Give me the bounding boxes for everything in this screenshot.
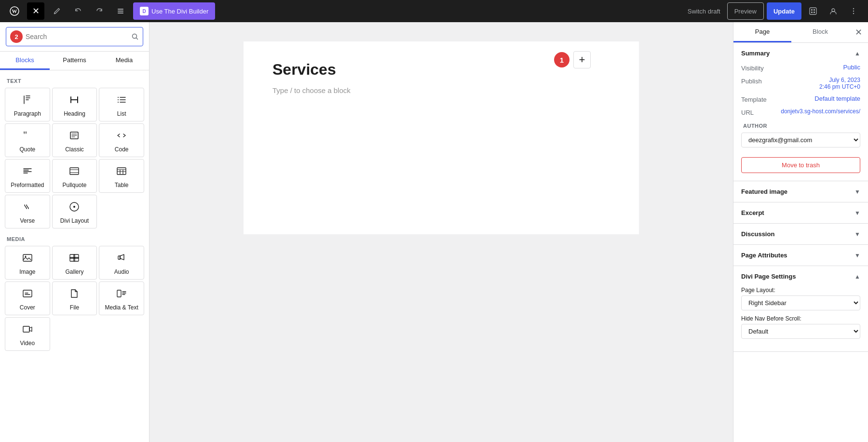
text-section-label: TEXT [5, 76, 144, 88]
block-item-media-text[interactable]: Media & Text [99, 281, 144, 315]
search-bar: 2 [0, 22, 149, 52]
page-attributes-header[interactable]: Page Attributes ▼ [733, 245, 868, 266]
block-item-file[interactable]: File [52, 281, 97, 315]
svg-rect-2 [118, 9, 123, 10]
gallery-icon [68, 252, 80, 266]
block-item-video[interactable]: Video [5, 317, 50, 351]
add-block-button[interactable]: + [573, 51, 591, 68]
block-item-list[interactable]: List [99, 88, 144, 121]
divi-settings-chevron-icon: ▲ [854, 273, 860, 280]
hide-nav-label: Hide Nav Before Scroll: [741, 315, 860, 322]
svg-rect-6 [811, 9, 813, 11]
discussion-header[interactable]: Discussion ▼ [733, 224, 868, 244]
summary-section-header[interactable]: Summary ▲ [733, 43, 868, 64]
editor-placeholder[interactable]: Type / to choose a block [272, 86, 610, 94]
page-layout-field: Page Layout: Right Sidebar [741, 287, 860, 315]
user-icon-button[interactable] [825, 2, 842, 20]
svg-point-13 [853, 13, 854, 14]
discussion-chevron-icon: ▼ [854, 231, 860, 238]
excerpt-chevron-icon: ▼ [854, 210, 860, 216]
page-layout-select[interactable]: Right Sidebar [741, 295, 860, 310]
top-nav: W ✕ D Use The Divi Builder Switch draft … [0, 0, 868, 22]
table-label: Table [115, 182, 129, 188]
pullquote-label: Pullquote [62, 182, 86, 188]
tab-block[interactable]: Block [791, 22, 849, 42]
svg-rect-20 [70, 168, 79, 174]
list-view-button[interactable] [112, 2, 129, 20]
block-item-gallery[interactable]: Gallery [52, 246, 97, 280]
divi-builder-button[interactable]: D Use The Divi Builder [133, 2, 215, 20]
cover-label: Cover [20, 304, 35, 311]
media-section-label: MEDIA [5, 234, 144, 246]
block-item-cover[interactable]: Cover [5, 281, 50, 315]
divi-layout-icon [68, 201, 80, 214]
author-row: AUTHOR deezgrafix@gmail.com [741, 121, 860, 153]
svg-rect-17 [118, 102, 119, 103]
excerpt-header[interactable]: Excerpt ▼ [733, 202, 868, 223]
block-item-table[interactable]: Table [99, 159, 144, 193]
template-value[interactable]: Default template [814, 95, 860, 102]
divi-settings-title: Divi Page Settings [741, 273, 796, 280]
svg-rect-21 [117, 168, 126, 174]
block-item-verse[interactable]: Verse [5, 195, 50, 228]
featured-image-title: Featured image [741, 188, 787, 195]
svg-point-12 [853, 11, 854, 12]
svg-rect-31 [23, 290, 32, 297]
svg-point-11 [853, 8, 854, 9]
block-item-audio[interactable]: Audio [99, 246, 144, 280]
edit-button[interactable] [48, 2, 66, 20]
block-item-preformatted[interactable]: Preformatted [5, 159, 50, 193]
block-item-pullquote[interactable]: Pullquote [52, 159, 97, 193]
svg-point-25 [25, 256, 26, 257]
discussion-title: Discussion [741, 230, 774, 238]
block-item-classic[interactable]: Classic [52, 123, 97, 157]
update-button[interactable]: Update [767, 2, 801, 20]
featured-image-chevron-icon: ▼ [854, 188, 860, 195]
redo-button[interactable] [91, 2, 108, 20]
discussion-section: Discussion ▼ [733, 224, 868, 245]
svg-rect-24 [23, 254, 32, 261]
url-value[interactable]: donjetv3.sg-host.com/services/ [781, 108, 860, 115]
block-item-paragraph[interactable]: Paragraph [5, 88, 50, 121]
block-item-divi-layout[interactable]: Divi Layout [52, 195, 97, 228]
block-item-quote[interactable]: " Quote [5, 123, 50, 157]
audio-icon [116, 252, 127, 266]
editor-area: Services Type / to choose a block 1 + [149, 22, 733, 442]
svg-rect-33 [23, 326, 29, 332]
search-input[interactable] [26, 33, 131, 40]
divi-settings-header[interactable]: Divi Page Settings ▲ [733, 266, 868, 287]
move-to-trash-button[interactable]: Move to trash [741, 157, 860, 173]
block-item-heading[interactable]: Heading [52, 88, 97, 121]
wp-logo-icon: W [6, 2, 23, 20]
summary-section: Summary ▲ Visibility Public Publish July… [733, 43, 868, 181]
settings-icon-button[interactable] [804, 2, 822, 20]
file-label: File [70, 304, 79, 311]
publish-value[interactable]: July 6, 20232:46 pm UTC+0 [819, 77, 860, 90]
url-row: URL donjetv3.sg-host.com/services/ [741, 108, 860, 116]
verse-label: Verse [20, 217, 35, 224]
close-editor-button[interactable]: ✕ [27, 2, 44, 20]
heading-icon [68, 94, 80, 107]
switch-draft-button[interactable]: Switch draft [684, 2, 724, 20]
author-select[interactable]: deezgrafix@gmail.com [741, 133, 860, 147]
tab-blocks[interactable]: Blocks [0, 52, 50, 70]
block-item-image[interactable]: Image [5, 246, 50, 280]
table-icon [116, 165, 127, 179]
tab-patterns[interactable]: Patterns [50, 52, 99, 70]
tab-page[interactable]: Page [733, 22, 791, 42]
summary-title: Summary [741, 50, 770, 57]
right-panel-close-button[interactable]: ✕ [849, 22, 868, 42]
more-options-button[interactable] [845, 2, 862, 20]
search-input-wrap: 2 [6, 27, 143, 46]
media-text-label: Media & Text [105, 304, 138, 311]
undo-button[interactable] [69, 2, 87, 20]
preview-button[interactable]: Preview [727, 2, 764, 20]
search-icon-button[interactable] [131, 33, 139, 40]
page-attributes-section: Page Attributes ▼ [733, 245, 868, 266]
nav-right: Switch draft Preview Update [684, 2, 862, 20]
hide-nav-select[interactable]: Default [741, 324, 860, 339]
visibility-value[interactable]: Public [843, 64, 860, 71]
block-item-code[interactable]: Code [99, 123, 144, 157]
featured-image-header[interactable]: Featured image ▼ [733, 181, 868, 202]
tab-media[interactable]: Media [99, 52, 149, 70]
